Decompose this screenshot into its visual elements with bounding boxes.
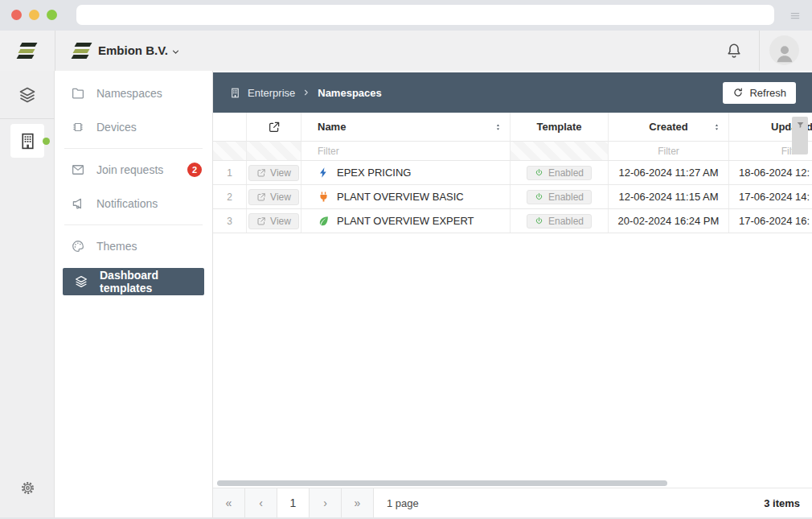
chip-icon — [71, 120, 85, 134]
page-count-label: 1 page — [387, 497, 419, 509]
view-button[interactable]: View — [248, 165, 299, 181]
page-number-button[interactable]: 1 — [277, 488, 310, 517]
sidebar-item-label: Themes — [96, 240, 137, 253]
power-icon — [535, 168, 543, 177]
filter-cell-disabled — [247, 142, 301, 160]
rail-item-enterprise[interactable] — [10, 124, 44, 158]
sidebar-item-dashboard-templates[interactable]: Dashboard templates — [63, 268, 204, 295]
online-status-dot — [43, 138, 50, 145]
created-date: 12-06-2024 11:27 AM — [609, 161, 729, 184]
col-header-created[interactable]: Created — [609, 113, 729, 141]
name-filter-input[interactable] — [318, 146, 510, 157]
template-name: EPEX PRICING — [337, 167, 411, 179]
sidebar-item-label: Join requests — [96, 163, 163, 176]
plug-icon — [318, 191, 330, 203]
status-badge: Enabled — [527, 166, 592, 180]
template-name: PLANT OVERVIEW BASIC — [337, 191, 464, 203]
org-logo-icon — [72, 42, 92, 60]
table-filter-row — [213, 142, 812, 161]
row-number: 2 — [213, 185, 247, 208]
main-content: Enterprise Namespaces Refresh Name — [213, 71, 812, 519]
sidebar-item-notifications[interactable]: Notifications — [55, 187, 212, 220]
filter-cell-disabled — [511, 142, 609, 160]
notifications-bell-button[interactable] — [725, 42, 743, 60]
megaphone-icon — [71, 196, 85, 211]
browser-menu-icon[interactable] — [789, 10, 802, 22]
app-header: Embion B.V. — [0, 31, 812, 71]
view-button-label: View — [270, 216, 291, 227]
created-filter-input[interactable] — [609, 146, 728, 157]
col-header-name[interactable]: Name — [301, 113, 511, 141]
col-header-view — [247, 113, 301, 141]
breadcrumb-namespaces: Namespaces — [318, 87, 382, 99]
sidebar-divider — [64, 224, 203, 225]
sidebar-item-themes[interactable]: Themes — [55, 229, 212, 263]
sort-icon[interactable] — [494, 122, 502, 132]
folder-icon — [71, 86, 85, 101]
view-button-label: View — [270, 192, 291, 203]
external-link-icon — [256, 168, 266, 178]
filter-cell-disabled — [213, 142, 247, 160]
envelope-icon — [71, 163, 85, 177]
funnel-icon — [796, 121, 805, 130]
chevron-right-icon — [301, 88, 311, 97]
status-label: Enabled — [548, 192, 584, 203]
app-logo-icon — [18, 42, 37, 60]
person-icon — [773, 41, 797, 65]
org-selector[interactable]: Embion B.V. — [98, 43, 168, 57]
view-button[interactable]: View — [248, 189, 299, 205]
sidebar-item-join-requests[interactable]: Join requests 2 — [55, 153, 212, 187]
table-body: 1 View EPEX PRICING Enabled 12-06-2024 1… — [213, 161, 812, 233]
maximize-window-button[interactable] — [47, 10, 57, 20]
status-label: Enabled — [548, 216, 584, 227]
sidebar-item-namespaces[interactable]: Namespaces — [55, 76, 212, 110]
layers-icon — [18, 85, 37, 105]
view-button[interactable]: View — [248, 213, 299, 229]
breadcrumb-enterprise[interactable]: Enterprise — [248, 87, 295, 99]
rail-item-settings[interactable] — [0, 480, 55, 496]
updated-date: 17-06-2024 14: — [729, 185, 812, 208]
col-header-index — [213, 113, 247, 141]
building-icon — [229, 87, 241, 99]
external-link-icon — [256, 216, 266, 226]
external-link-icon — [256, 192, 266, 202]
table-row: 2 View PLANT OVERVIEW BASIC Enabled 12-0… — [213, 185, 812, 209]
status-badge: Enabled — [527, 190, 592, 204]
filter-toggle-tab[interactable] — [792, 117, 808, 154]
status-label: Enabled — [548, 167, 584, 179]
close-window-button[interactable] — [11, 10, 22, 20]
created-date: 20-02-2024 16:24 PM — [609, 209, 729, 233]
power-icon — [535, 216, 543, 225]
layers-icon — [74, 274, 88, 289]
sort-icon[interactable] — [712, 122, 721, 132]
view-button-label: View — [270, 167, 291, 179]
app-window: Embion B.V. Namespaces Devices Join requ… — [0, 0, 812, 519]
icon-rail — [0, 71, 55, 519]
sidebar-divider — [64, 148, 203, 149]
horizontal-scrollbar[interactable] — [217, 480, 667, 486]
address-bar[interactable] — [76, 5, 774, 25]
rail-item-dashboard-templates[interactable] — [0, 85, 55, 105]
last-page-button[interactable]: » — [342, 488, 374, 517]
table-row: 1 View EPEX PRICING Enabled 12-06-2024 1… — [213, 161, 812, 185]
sidebar-nav: Namespaces Devices Join requests 2 Notif… — [55, 71, 213, 519]
sidebar-item-devices[interactable]: Devices — [55, 110, 212, 144]
header-divider — [759, 31, 760, 71]
refresh-button[interactable]: Refresh — [723, 82, 796, 104]
updated-date: 18-06-2024 12: — [729, 161, 812, 184]
row-number: 3 — [213, 209, 247, 233]
gear-icon — [19, 480, 36, 496]
col-header-name-label: Name — [318, 121, 346, 133]
browser-titlebar — [0, 0, 812, 31]
first-page-button[interactable]: « — [213, 488, 245, 517]
prev-page-button[interactable]: ‹ — [245, 488, 277, 517]
row-number: 1 — [213, 161, 247, 184]
table-row: 3 View PLANT OVERVIEW EXPERT Enabled 20-… — [213, 209, 812, 233]
rail-divider — [0, 118, 55, 119]
status-badge: Enabled — [527, 214, 592, 229]
items-count-label: 3 items — [764, 497, 812, 509]
next-page-button[interactable]: › — [310, 488, 342, 517]
user-avatar[interactable] — [769, 35, 799, 65]
sidebar-item-label: Namespaces — [96, 87, 162, 100]
minimize-window-button[interactable] — [29, 10, 39, 20]
